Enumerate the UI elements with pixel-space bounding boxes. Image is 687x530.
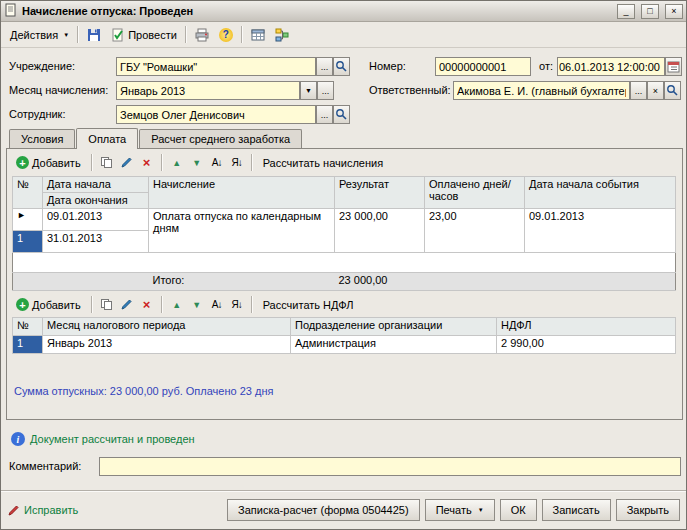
table-row: 1 Январь 2013 Администрация 2 990,00 bbox=[13, 336, 676, 354]
close-button[interactable]: Закрыть bbox=[616, 499, 680, 521]
calculate-ndfl-button[interactable]: Рассчитать НДФЛ bbox=[258, 294, 359, 315]
ndfl-sort-asc-button[interactable]: А↓ bbox=[208, 296, 226, 314]
ndfl-copy-button[interactable] bbox=[98, 296, 116, 314]
report-button[interactable]: Записка-расчет (форма 0504425) bbox=[227, 499, 420, 521]
print-icon-button[interactable] bbox=[190, 24, 214, 45]
ndfl-table: № Месяц налогового периода Подразделение… bbox=[12, 317, 676, 354]
minimize-button[interactable]: _ bbox=[617, 4, 635, 19]
help-icon: ? bbox=[219, 28, 233, 42]
tab-average-earnings[interactable]: Расчет среднего заработка bbox=[139, 129, 302, 148]
maximize-button[interactable]: □ bbox=[641, 4, 659, 19]
status-text: Документ рассчитан и проведен bbox=[30, 433, 195, 445]
month-label: Месяц начисления: bbox=[9, 84, 108, 96]
structure-icon-button[interactable] bbox=[270, 24, 294, 45]
paid-days-cell[interactable]: 23,00 bbox=[425, 209, 525, 253]
fix-button[interactable]: Исправить bbox=[7, 504, 78, 517]
save-icon-button[interactable] bbox=[82, 24, 106, 45]
toolbar-separator bbox=[241, 26, 243, 43]
total-label: Итого: bbox=[149, 273, 335, 291]
date-input[interactable] bbox=[557, 57, 665, 76]
journal-icon-button[interactable] bbox=[246, 24, 270, 45]
ndfl-edit-button[interactable] bbox=[118, 296, 136, 314]
column-header: Подразделение организации bbox=[291, 318, 497, 336]
comment-input[interactable] bbox=[99, 457, 681, 476]
copy-icon bbox=[100, 298, 113, 311]
post-button[interactable]: Провести bbox=[106, 24, 182, 45]
month-input[interactable] bbox=[116, 81, 300, 100]
ndfl-add-button[interactable]: + Добавить bbox=[11, 294, 86, 315]
window-close-button[interactable]: × bbox=[665, 4, 683, 19]
institution-select-button[interactable]: ... bbox=[316, 57, 333, 76]
tax-month-cell[interactable]: Январь 2013 bbox=[43, 336, 291, 354]
help-button[interactable]: ? bbox=[214, 24, 238, 45]
column-header: Дата начала события bbox=[525, 177, 676, 209]
ndfl-move-up-button[interactable]: ▲ bbox=[168, 296, 186, 314]
ndfl-delete-button[interactable]: × bbox=[138, 296, 156, 314]
column-header: № bbox=[13, 177, 43, 209]
employee-input[interactable] bbox=[116, 105, 316, 124]
accruals-add-button[interactable]: + Добавить bbox=[11, 152, 86, 173]
date-calendar-button[interactable] bbox=[665, 57, 682, 76]
accruals-delete-button[interactable]: × bbox=[138, 154, 156, 172]
print-button[interactable]: Печать ▼ bbox=[425, 499, 495, 521]
dropdown-icon: ▼ bbox=[63, 32, 69, 38]
ok-button[interactable]: ОК bbox=[500, 499, 537, 521]
calculate-accruals-button[interactable]: Рассчитать начисления bbox=[258, 152, 389, 173]
toolbar-separator bbox=[251, 154, 253, 171]
responsible-label: Ответственный: bbox=[369, 84, 451, 96]
window-icon bbox=[4, 3, 18, 19]
post-label: Провести bbox=[128, 29, 177, 41]
row-number-cell[interactable]: 1 bbox=[13, 231, 43, 253]
end-date-cell[interactable]: 31.01.2013 bbox=[43, 231, 149, 253]
ndfl-sort-desc-button[interactable]: Я↓ bbox=[228, 296, 246, 314]
totals-row: Итого: 23 000,00 bbox=[13, 273, 676, 291]
start-date-cell[interactable]: 09.01.2013 bbox=[43, 209, 149, 231]
ndfl-amount-cell[interactable]: 2 990,00 bbox=[497, 336, 676, 354]
responsible-select-button[interactable]: ... bbox=[630, 81, 647, 100]
window-title: Начисление отпуска: Проведен bbox=[22, 5, 611, 17]
employee-select-button[interactable]: ... bbox=[316, 105, 333, 124]
accruals-move-down-button[interactable]: ▼ bbox=[188, 154, 206, 172]
accruals-edit-button[interactable] bbox=[118, 154, 136, 172]
employee-open-button[interactable] bbox=[333, 105, 350, 124]
row-number-cell[interactable]: 1 bbox=[13, 336, 43, 354]
accruals-sort-desc-button[interactable]: Я↓ bbox=[228, 154, 246, 172]
institution-open-button[interactable] bbox=[333, 57, 350, 76]
pencil-icon bbox=[120, 156, 133, 169]
ndfl-move-down-button[interactable]: ▼ bbox=[188, 296, 206, 314]
toolbar-separator bbox=[251, 296, 253, 313]
employee-label: Сотрудник: bbox=[9, 108, 66, 120]
column-header: Оплачено дней/часов bbox=[425, 177, 525, 209]
accruals-sort-asc-button[interactable]: А↓ bbox=[208, 154, 226, 172]
number-input[interactable] bbox=[435, 57, 531, 76]
accrual-cell[interactable]: Оплата отпуска по календарным дням bbox=[149, 209, 335, 253]
institution-input[interactable] bbox=[116, 57, 316, 76]
accruals-table: № Дата начала Начисление Результат Оплач… bbox=[12, 176, 676, 291]
empty-area bbox=[13, 253, 676, 273]
number-label: Номер: bbox=[369, 60, 406, 72]
row-marker-icon: ► bbox=[13, 209, 43, 231]
table-icon bbox=[251, 28, 265, 42]
save-icon bbox=[87, 28, 101, 42]
post-icon bbox=[111, 28, 125, 42]
responsible-clear-button[interactable]: × bbox=[647, 81, 664, 100]
accruals-move-up-button[interactable]: ▲ bbox=[168, 154, 186, 172]
toolbar-separator bbox=[91, 296, 93, 313]
month-dropdown-button[interactable]: ▼ bbox=[300, 81, 317, 100]
responsible-input[interactable] bbox=[453, 81, 630, 100]
fix-pencil-icon bbox=[7, 504, 20, 517]
result-cell[interactable]: 23 000,00 bbox=[335, 209, 425, 253]
department-cell[interactable]: Администрация bbox=[291, 336, 497, 354]
tab-conditions[interactable]: Условия bbox=[9, 129, 75, 148]
structure-icon bbox=[275, 28, 289, 42]
info-icon: i bbox=[11, 432, 25, 446]
month-select-button[interactable]: ... bbox=[317, 81, 334, 100]
tab-payment[interactable]: Оплата bbox=[76, 128, 138, 149]
responsible-open-button[interactable] bbox=[664, 81, 681, 100]
actions-button[interactable]: Действия ▼ bbox=[5, 24, 74, 45]
accruals-toolbar: + Добавить × ▲ ▼ А↓ Я↓ Рассчитать начисл… bbox=[11, 152, 388, 173]
add-label: Добавить bbox=[32, 157, 81, 169]
event-date-cell[interactable]: 09.01.2013 bbox=[525, 209, 676, 253]
accruals-copy-button[interactable] bbox=[98, 154, 116, 172]
save-button[interactable]: Записать bbox=[542, 499, 611, 521]
